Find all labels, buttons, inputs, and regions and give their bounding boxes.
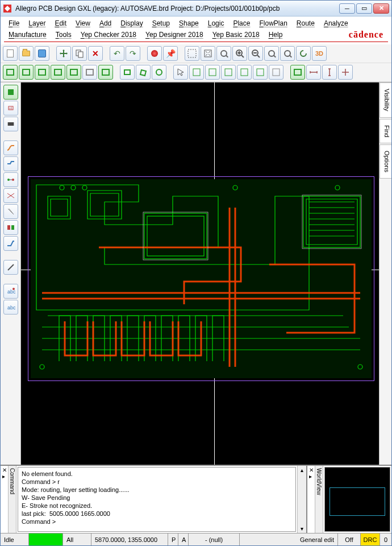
lt-slide-button[interactable] xyxy=(3,236,18,251)
tab-find[interactable]: Find xyxy=(380,119,391,143)
svg-rect-21 xyxy=(7,225,10,230)
select-button[interactable] xyxy=(173,65,188,80)
menu-help[interactable]: Help xyxy=(264,29,287,40)
menu-manufacture[interactable]: Manufacture xyxy=(4,29,51,40)
worldview-tab[interactable]: WorldView xyxy=(315,466,323,533)
pcb-canvas[interactable] xyxy=(21,82,379,465)
svg-rect-9 xyxy=(193,69,200,76)
lt-route-button[interactable] xyxy=(3,140,18,155)
svg-rect-18 xyxy=(8,122,14,126)
menu-display[interactable]: Display xyxy=(116,18,147,29)
zoom-center-button[interactable] xyxy=(264,46,279,61)
lt-cut-button[interactable] xyxy=(3,204,18,219)
menu-yep-designer-2018[interactable]: Yep Designer 2018 xyxy=(141,29,208,40)
svg-text:u1: u1 xyxy=(9,106,12,110)
zoom-selection-button[interactable] xyxy=(280,46,295,61)
record-button[interactable] xyxy=(147,46,162,61)
redo-button[interactable]: ↷ xyxy=(126,46,140,61)
worldview-canvas[interactable] xyxy=(324,467,390,532)
lt-place-button[interactable] xyxy=(3,85,18,100)
mode-3-button[interactable] xyxy=(35,65,49,80)
lt-group-button[interactable] xyxy=(3,220,18,235)
command-output[interactable]: No element found.Command > rMode: routin… xyxy=(18,467,296,532)
command-tab[interactable]: Command xyxy=(9,466,16,533)
shape-rect-button[interactable] xyxy=(120,65,135,80)
menu-analyze[interactable]: Analyze xyxy=(319,18,353,29)
menu-tools[interactable]: Tools xyxy=(51,29,76,40)
worldview-viewport-rect xyxy=(330,487,385,516)
svg-point-24 xyxy=(12,288,15,290)
menu-shape[interactable]: Shape xyxy=(174,18,203,29)
3d-view-button[interactable]: 3D xyxy=(312,46,327,61)
status-a-button[interactable]: A xyxy=(178,533,189,545)
lt-text2-button[interactable]: abc xyxy=(3,300,18,315)
command-line: Command > r xyxy=(22,478,292,486)
minimize-button[interactable]: ─ xyxy=(339,3,355,14)
tool-f-button[interactable] xyxy=(269,65,283,80)
menu-logic[interactable]: Logic xyxy=(203,18,229,29)
tool-c-button[interactable] xyxy=(221,65,236,80)
dim-h-button[interactable] xyxy=(306,65,321,80)
lt-line-button[interactable] xyxy=(3,260,18,275)
svg-rect-15 xyxy=(8,89,14,95)
tool-d-button[interactable] xyxy=(237,65,252,80)
menu-yep-basic-2018[interactable]: Yep Basic 2018 xyxy=(208,29,264,40)
menu-setup[interactable]: Setup xyxy=(148,18,174,29)
mode-4-button[interactable] xyxy=(51,65,65,80)
lt-wire-button[interactable] xyxy=(3,156,18,171)
left-toolbar: u1 abc abc xyxy=(1,82,21,465)
copy-button[interactable] xyxy=(72,46,87,61)
lt-text-button[interactable]: abc xyxy=(3,284,18,299)
worldview-close-button[interactable]: ✕▸ xyxy=(307,466,315,533)
zoom-fit-button[interactable] xyxy=(201,46,215,61)
dim-both-button[interactable] xyxy=(338,65,353,80)
menu-view[interactable]: View xyxy=(71,18,95,29)
move-button[interactable] xyxy=(56,46,71,61)
mode-6-button[interactable] xyxy=(82,65,97,80)
command-close-button[interactable]: ✕▸ xyxy=(1,466,9,533)
lt-net-button[interactable] xyxy=(3,188,18,203)
refresh-button[interactable] xyxy=(296,46,311,61)
align-button[interactable] xyxy=(290,65,305,80)
undo-button[interactable]: ↶ xyxy=(110,46,124,61)
dim-v-button[interactable] xyxy=(322,65,337,80)
tool-e-button[interactable] xyxy=(253,65,268,80)
lt-ic2-button[interactable] xyxy=(3,117,18,131)
shape-poly-button[interactable] xyxy=(136,65,151,80)
mode-7-button[interactable] xyxy=(98,65,113,80)
maximize-button[interactable]: ▭ xyxy=(356,3,372,14)
status-p-button[interactable]: P xyxy=(168,533,178,545)
delete-button[interactable]: ✕ xyxy=(88,46,103,61)
status-drc[interactable]: DRC xyxy=(361,533,380,545)
mode-2-button[interactable] xyxy=(19,65,34,80)
tool-b-button[interactable] xyxy=(205,65,220,80)
zoom-extents-button[interactable] xyxy=(216,46,231,61)
menu-place[interactable]: Place xyxy=(228,18,255,29)
menu-edit[interactable]: Edit xyxy=(50,18,71,29)
zoom-out-button[interactable] xyxy=(248,46,263,61)
tab-options[interactable]: Options xyxy=(380,144,391,179)
mode-1-button[interactable] xyxy=(3,65,18,80)
zoom-window-button[interactable] xyxy=(185,46,199,61)
new-file-button[interactable] xyxy=(3,46,18,61)
close-button[interactable]: ✕ xyxy=(373,3,389,14)
menu-yep-checker-2018[interactable]: Yep Checker 2018 xyxy=(76,29,141,40)
save-button[interactable] xyxy=(35,46,49,61)
tool-a-button[interactable] xyxy=(189,65,204,80)
menu-file[interactable]: File xyxy=(4,18,24,29)
command-scrollbar[interactable]: ▴▾ xyxy=(297,466,306,533)
zoom-in-button[interactable] xyxy=(232,46,247,61)
lt-ic-button[interactable]: u1 xyxy=(3,101,18,115)
mode-5-button[interactable] xyxy=(66,65,81,80)
menu-add[interactable]: Add xyxy=(95,18,116,29)
tab-visibility[interactable]: Visibility xyxy=(380,82,391,118)
lt-via-button[interactable] xyxy=(3,172,18,187)
open-file-button[interactable] xyxy=(19,46,34,61)
svg-rect-12 xyxy=(241,69,248,76)
command-line: W- Save Pending xyxy=(22,494,292,502)
pin-button[interactable]: 📌 xyxy=(163,46,178,61)
menu-flowplan[interactable]: FlowPlan xyxy=(255,18,291,29)
shape-circle-button[interactable] xyxy=(152,65,166,80)
menu-layer[interactable]: Layer xyxy=(24,18,50,29)
menu-route[interactable]: Route xyxy=(292,18,319,29)
